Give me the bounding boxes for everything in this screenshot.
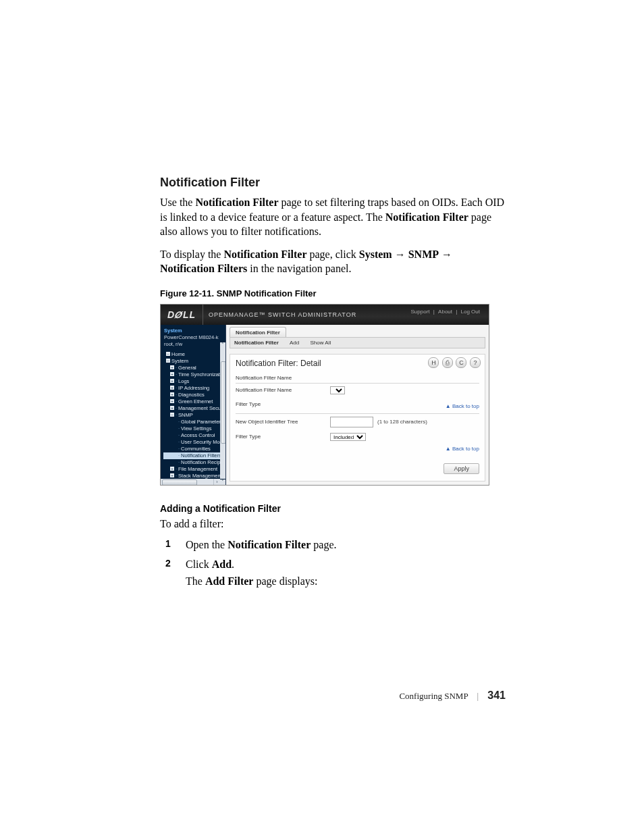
nav-user: root, r/w — [164, 341, 222, 348]
oid-input[interactable] — [330, 417, 373, 427]
step-2: Click Add. The Add Filter page displays: — [178, 556, 506, 589]
nav-item[interactable]: ·Notification Recipients — [163, 459, 225, 466]
label: Back to top — [452, 403, 479, 409]
step-1: Open the Notification Filter page. — [178, 537, 506, 552]
figure-caption: Figure 12-11. SNMP Notification Filter — [160, 288, 506, 298]
scroll-up-icon[interactable]: ˄ — [220, 342, 225, 348]
back-to-top-link[interactable]: ▲ Back to top — [236, 444, 479, 454]
label: IP Addressing — [178, 385, 209, 391]
arrow-icon: → — [392, 249, 408, 260]
label: General — [178, 365, 196, 371]
step-2-continuation: The Add Filter page displays: — [186, 573, 506, 589]
refresh-icon[interactable]: C — [456, 357, 466, 368]
screenshot: DØLL OPENMANAGE™ SWITCH ADMINISTRATOR Su… — [160, 304, 489, 486]
nav-item[interactable]: +·Green Ethernet — [163, 398, 225, 405]
nav-item[interactable]: ·Global Parameters — [163, 419, 225, 425]
subtab-show-all[interactable]: Show All — [310, 340, 331, 346]
text: in the navigation panel. — [247, 263, 351, 274]
nav-item[interactable]: +·IP Addressing — [163, 385, 225, 392]
label: Back to top — [452, 446, 479, 452]
nav-item[interactable]: +·File Management — [163, 466, 225, 473]
section-header-name: Notification Filter Name — [236, 373, 479, 384]
label: Filter Type — [236, 401, 261, 411]
nav-item[interactable]: +·Management Security — [163, 405, 225, 412]
apply-row: Apply — [236, 454, 479, 474]
label: Time Synchronization — [178, 371, 226, 377]
nav-item-system[interactable]: –System — [163, 358, 225, 365]
paragraph-1: Use the Notification Filter page to set … — [160, 195, 506, 239]
label: User Security Model — [181, 439, 226, 445]
arrow-icon: → — [439, 249, 452, 260]
row-oid-tree: New Object Identifier Tree (1 to 128 cha… — [236, 414, 479, 430]
term: Add — [212, 558, 232, 570]
app-topbar: DØLL OPENMANAGE™ SWITCH ADMINISTRATOR Su… — [161, 305, 489, 325]
text: The — [186, 575, 205, 587]
tab-notification-filter[interactable]: Notification Filter — [230, 327, 286, 337]
term: Add Filter — [205, 575, 254, 587]
steps-list: Open the Notification Filter page. Click… — [160, 537, 506, 590]
intro-text: To add a filter: — [160, 518, 506, 530]
subtab-add[interactable]: Add — [290, 340, 299, 346]
nav-item[interactable]: ·Communities — [163, 446, 225, 452]
subsection-title: Adding a Notification Filter — [160, 503, 506, 514]
nav-item[interactable]: ·Access Control — [163, 432, 225, 439]
nav-system-label: System — [164, 328, 222, 334]
filter-name-select[interactable] — [330, 386, 345, 394]
about-link[interactable]: About — [436, 309, 454, 315]
label: Management Security — [178, 405, 226, 411]
separator: | — [470, 691, 485, 701]
help-icon[interactable]: ? — [470, 357, 481, 368]
label: Notification Filter Name — [236, 387, 330, 393]
term: Notification Filter — [195, 197, 278, 208]
nav-item-home[interactable]: –Home — [163, 351, 225, 358]
menu-path-1: System — [359, 249, 392, 260]
nav-tree[interactable]: System PowerConnect M8024-k root, r/w ˄ … — [161, 325, 226, 485]
save-icon[interactable]: H — [428, 357, 439, 368]
label: New Object Identifier Tree — [236, 419, 330, 425]
apply-button[interactable]: Apply — [444, 463, 479, 474]
scrollbar-thumb[interactable] — [221, 361, 226, 444]
nav-item-notification-filters[interactable]: ·Notification Filters — [163, 452, 225, 459]
scrollbar-thumb[interactable] — [162, 479, 197, 485]
nav-items: –Home –System +·General +·Time Synchroni… — [161, 349, 225, 485]
nav-vscrollbar[interactable] — [220, 348, 225, 479]
label: SNMP — [178, 412, 193, 418]
triangle-up-icon: ▲ — [446, 403, 451, 409]
triangle-up-icon: ▲ — [446, 446, 451, 452]
page: Notification Filter Use the Notification… — [0, 0, 644, 834]
page-footer: Configuring SNMP | 341 — [399, 689, 506, 702]
row-filter-type: Filter Type Included — [236, 430, 479, 444]
paragraph-2: To display the Notification Filter page,… — [160, 247, 506, 276]
label: Stack Management — [178, 473, 222, 479]
top-links: Support | About | Log Out — [409, 309, 482, 315]
detail-panel: H ⎙ C ? Notification Filter: Detail Noti… — [230, 354, 485, 481]
label: File Management — [178, 466, 217, 472]
back-to-top-link[interactable]: ▲ Back to top — [446, 401, 479, 411]
nav-item[interactable]: +·Diagnostics — [163, 392, 225, 398]
label: Diagnostics — [178, 392, 205, 398]
logout-link[interactable]: Log Out — [459, 309, 482, 315]
filter-type-select[interactable]: Included — [330, 433, 366, 441]
scroll-right-icon[interactable]: › — [213, 479, 220, 485]
support-link[interactable]: Support — [409, 309, 432, 315]
scroll-down-icon[interactable]: ˅ — [220, 479, 225, 485]
label: Global Parameters — [181, 419, 223, 425]
text: Open the — [186, 539, 227, 550]
nav-item[interactable]: ·View Settings — [163, 425, 225, 432]
text: page. — [311, 539, 336, 550]
nav-item[interactable]: +·Logs — [163, 378, 225, 385]
nav-item[interactable]: +·Time Synchronization — [163, 371, 225, 378]
subtab-notification-filter[interactable]: Notification Filter — [234, 340, 279, 346]
chapter-name: Configuring SNMP — [399, 691, 468, 701]
nav-item-snmp[interactable]: –·SNMP — [163, 412, 225, 419]
text: Click — [186, 558, 212, 570]
text: page, click — [307, 249, 359, 260]
dell-logo: DØLL — [161, 305, 203, 325]
nav-item[interactable]: +·General — [163, 365, 225, 371]
nav-hscrollbar[interactable]: › — [161, 479, 220, 485]
nav-item[interactable]: ·User Security Model — [163, 439, 225, 446]
page-number: 341 — [487, 689, 506, 701]
menu-path-3: Notification Filters — [160, 263, 247, 274]
label: Notification Recipients — [181, 459, 226, 465]
print-icon[interactable]: ⎙ — [442, 357, 453, 368]
